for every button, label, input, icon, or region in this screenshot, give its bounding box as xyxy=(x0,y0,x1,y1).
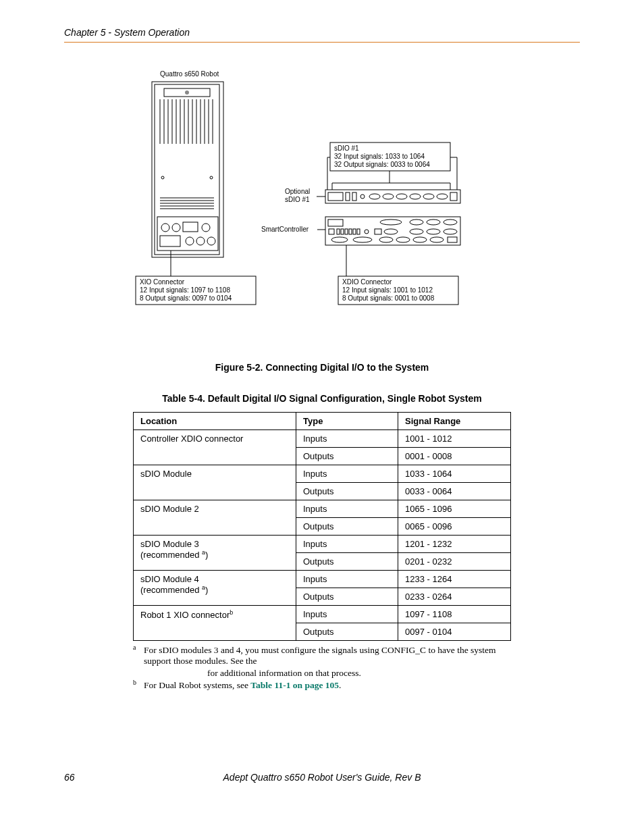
svg-text:12 Input signals: 1097 to 1108: 12 Input signals: 1097 to 1108 xyxy=(140,286,230,294)
th-range: Signal Range xyxy=(398,413,511,430)
robot-tower xyxy=(152,82,223,257)
table-row: sDIO Module 2 Inputs 1065 - 1096 xyxy=(134,500,511,518)
svg-point-75 xyxy=(365,230,369,234)
figure-caption: Figure 5-2. Connecting Digital I/O to th… xyxy=(64,362,580,373)
svg-rect-74 xyxy=(357,229,360,234)
table-row: Controller XDIO connector Inputs 1001 - … xyxy=(134,430,511,448)
footer-text: Adept Quattro s650 Robot User's Guide, R… xyxy=(223,772,421,783)
svg-rect-76 xyxy=(375,229,381,234)
svg-point-84 xyxy=(396,237,410,242)
svg-rect-63 xyxy=(328,219,343,226)
svg-point-65 xyxy=(410,219,423,225)
table-row: sDIO Module 4 (recommended a) Inputs 123… xyxy=(134,571,511,588)
svg-point-86 xyxy=(430,237,444,242)
svg-point-53 xyxy=(360,194,365,199)
svg-rect-51 xyxy=(346,192,350,201)
footnote-b-link[interactable]: Table 11-1 on page 105 xyxy=(250,680,339,690)
footnote-a-text2: for additional information on that proce… xyxy=(207,668,361,678)
svg-point-85 xyxy=(413,237,427,242)
footnote-a-text: For sDIO modules 3 and 4, you must confi… xyxy=(144,645,496,666)
smartcontroller-module xyxy=(325,217,460,245)
chapter-title: Chapter 5 - System Operation xyxy=(64,27,190,38)
chapter-header: Chapter 5 - System Operation xyxy=(64,27,580,43)
svg-text:8 Output signals: 0001 to 0008: 8 Output signals: 0001 to 0008 xyxy=(342,294,435,302)
svg-point-82 xyxy=(353,237,372,242)
svg-text:sDIO #1: sDIO #1 xyxy=(334,145,359,152)
svg-text:8 Output signals: 0097 to 0104: 8 Output signals: 0097 to 0104 xyxy=(140,294,232,302)
figure-diagram: Quattro s650 Robot xyxy=(119,70,525,342)
footnote-b-text: For Dual Robot systems, see xyxy=(144,680,250,690)
svg-point-81 xyxy=(331,237,348,242)
svg-text:XIO Connector: XIO Connector xyxy=(140,278,185,286)
svg-point-83 xyxy=(379,237,393,242)
svg-point-57 xyxy=(410,194,421,199)
svg-rect-60 xyxy=(450,192,457,201)
svg-point-54 xyxy=(369,194,380,199)
svg-point-77 xyxy=(384,229,398,234)
sdio-module xyxy=(325,190,460,203)
svg-rect-71 xyxy=(345,229,348,234)
robot-label: Quattro s650 Robot xyxy=(160,70,219,78)
table-row: Robot 1 XIO connectorb Inputs 1097 - 110… xyxy=(134,606,511,623)
svg-point-79 xyxy=(427,229,440,234)
svg-rect-87 xyxy=(448,237,457,242)
smartcontroller-label: SmartController xyxy=(261,226,309,233)
svg-rect-70 xyxy=(341,229,344,234)
svg-rect-52 xyxy=(352,192,356,201)
optional-sdio-label: Optional sDIO #1 xyxy=(285,188,310,203)
sdio-label-box: sDIO #1 32 Input signals: 1033 to 1064 3… xyxy=(330,142,450,171)
svg-rect-69 xyxy=(337,229,340,234)
th-type: Type xyxy=(296,413,398,430)
page-footer: 66 Adept Quattro s650 Robot User's Guide… xyxy=(64,772,580,783)
svg-point-78 xyxy=(410,229,423,234)
footnote-b-sup: b xyxy=(133,679,136,686)
svg-point-80 xyxy=(444,229,457,234)
svg-point-66 xyxy=(427,219,440,225)
svg-text:sDIO #1: sDIO #1 xyxy=(285,196,310,203)
page-number: 66 xyxy=(64,772,75,783)
xio-box: XIO Connector 12 Input signals: 1097 to … xyxy=(136,276,256,305)
footnote-a-sup: a xyxy=(133,644,136,651)
footnotes: a For sDIO modules 3 and 4, you must con… xyxy=(133,645,511,691)
table-caption: Table 5-4. Default Digital I/O Signal Co… xyxy=(64,393,580,404)
svg-rect-50 xyxy=(328,192,343,201)
xdio-box: XDIO Connector 12 Input signals: 1001 to… xyxy=(338,276,458,305)
svg-text:Optional: Optional xyxy=(285,188,310,195)
svg-point-56 xyxy=(396,194,407,199)
svg-point-67 xyxy=(444,219,457,225)
svg-text:32 Input signals: 1033 to 1064: 32 Input signals: 1033 to 1064 xyxy=(334,153,425,160)
svg-rect-73 xyxy=(353,229,356,234)
svg-point-58 xyxy=(423,194,434,199)
svg-point-59 xyxy=(437,194,448,199)
svg-point-64 xyxy=(380,219,402,225)
svg-point-3 xyxy=(185,90,189,95)
svg-point-55 xyxy=(383,194,394,199)
svg-rect-68 xyxy=(329,229,334,234)
svg-text:32 Output signals: 0033 to 006: 32 Output signals: 0033 to 0064 xyxy=(334,161,430,168)
svg-text:12 Input signals: 1001 to 1012: 12 Input signals: 1001 to 1012 xyxy=(342,286,433,294)
svg-rect-72 xyxy=(349,229,352,234)
th-location: Location xyxy=(134,413,296,430)
table-row: sDIO Module Inputs 1033 - 1064 xyxy=(134,465,511,483)
svg-text:XDIO Connector: XDIO Connector xyxy=(342,278,392,286)
signal-table: Location Type Signal Range Controller XD… xyxy=(133,412,511,641)
table-row: sDIO Module 3 (recommended a) Inputs 120… xyxy=(134,536,511,553)
